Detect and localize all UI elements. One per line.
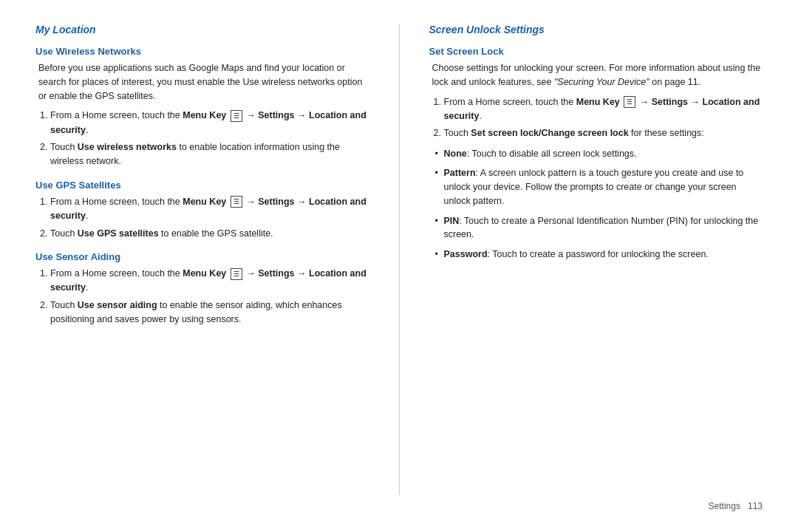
list-item: From a Home screen, touch the Menu Key ☰…	[50, 195, 369, 224]
list-item: Password: Touch to create a password for…	[435, 248, 763, 262]
wireless-body: Before you use applications such as Goog…	[35, 61, 369, 103]
menu-key-icon: ☰	[231, 268, 242, 280]
subsection-gps-title: Use GPS Satellites	[35, 180, 369, 191]
columns: My Location Use Wireless Networks Before…	[35, 24, 763, 495]
right-column: Screen Unlock Settings Set Screen Lock C…	[429, 24, 763, 495]
screen-lock-bullets: None: Touch to disable all screen lock s…	[429, 147, 763, 262]
screen-lock-body: Choose settings for unlocking your scree…	[429, 61, 763, 89]
list-item: From a Home screen, touch the Menu Key ☰…	[50, 109, 369, 137]
subsection-screen-lock-title: Set Screen Lock	[429, 46, 763, 57]
list-item: From a Home screen, touch the Menu Key ☰…	[50, 267, 369, 296]
footer: Settings 113	[35, 495, 763, 511]
page: My Location Use Wireless Networks Before…	[0, 0, 798, 532]
sensor-steps: From a Home screen, touch the Menu Key ☰…	[35, 267, 369, 327]
column-divider	[399, 24, 400, 495]
list-item: Pattern: A screen unlock pattern is a to…	[435, 166, 763, 208]
wireless-steps: From a Home screen, touch the Menu Key ☰…	[35, 109, 369, 169]
subsection-wireless-title: Use Wireless Networks	[35, 46, 369, 57]
subsection-sensor-title: Use Sensor Aiding	[35, 251, 369, 262]
gps-steps: From a Home screen, touch the Menu Key ☰…	[35, 195, 369, 241]
list-item: PIN: Touch to create a Personal Identifi…	[435, 214, 763, 242]
list-item: Touch Use wireless networks to enable lo…	[50, 140, 369, 169]
list-item: From a Home screen, touch the Menu Key ☰…	[444, 95, 763, 124]
footer-page-number: 113	[748, 501, 763, 511]
right-section-title: Screen Unlock Settings	[429, 24, 763, 35]
list-item: Touch Use sensor aiding to enable the se…	[50, 299, 369, 327]
list-item: None: Touch to disable all screen lock s…	[435, 147, 763, 161]
list-item: Touch Set screen lock/Change screen lock…	[444, 126, 763, 140]
list-item: Touch Use GPS satellites to enable the G…	[50, 227, 369, 241]
menu-key-icon: ☰	[624, 96, 635, 108]
menu-key-icon: ☰	[231, 196, 242, 208]
screen-lock-steps: From a Home screen, touch the Menu Key ☰…	[429, 95, 763, 141]
left-section-title: My Location	[35, 24, 369, 35]
menu-key-icon: ☰	[231, 110, 242, 122]
left-column: My Location Use Wireless Networks Before…	[35, 24, 369, 495]
footer-label: Settings	[709, 501, 740, 511]
